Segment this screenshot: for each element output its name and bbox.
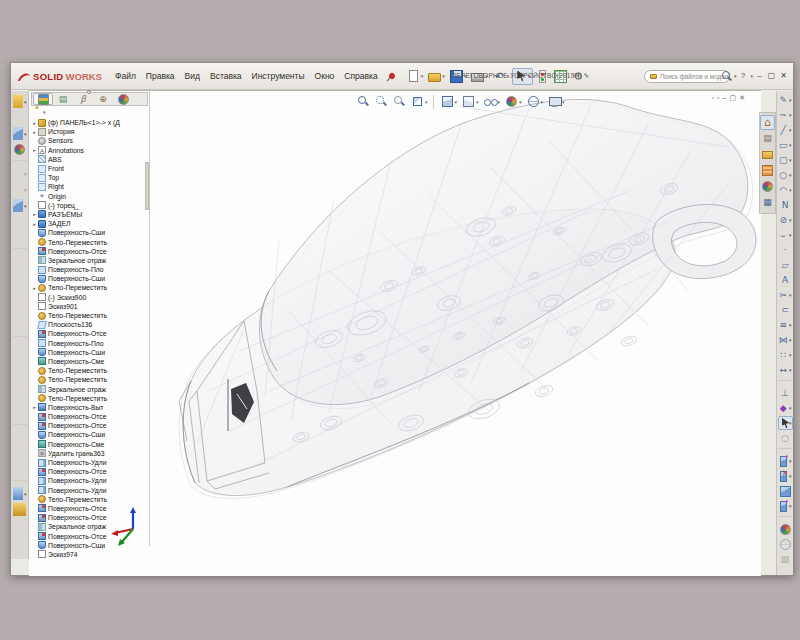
replace-face-button[interactable] xyxy=(778,484,793,498)
menu-Вид[interactable]: Вид xyxy=(180,68,205,84)
tree-item[interactable]: Тело-Переместить xyxy=(31,366,148,375)
search-caret-icon[interactable]: ▾ xyxy=(734,73,737,79)
dropdown-caret-icon[interactable]: ▾ xyxy=(476,99,479,105)
tree-item[interactable]: Поверхность-Сши xyxy=(31,228,148,237)
swept-boss-button[interactable]: ▾ xyxy=(12,198,28,213)
file-explorer-tab[interactable] xyxy=(760,147,775,162)
dropdown-caret-icon[interactable]: ▾ xyxy=(789,405,792,411)
dimxpertmanager-tab[interactable]: ⊕ xyxy=(93,93,113,105)
tree-item[interactable]: Зеркальное отраж xyxy=(31,384,148,393)
tree-item[interactable]: ▸ЗАДЕЛ xyxy=(31,219,148,228)
close-button[interactable]: ✕ xyxy=(778,69,789,82)
tree-item[interactable]: Зеркальное отраж xyxy=(31,522,148,531)
dropdown-caret-icon[interactable]: ▾ xyxy=(789,232,792,238)
dropdown-caret-icon[interactable]: ▾ xyxy=(789,337,792,343)
design-library-tab[interactable]: ▤ xyxy=(760,131,775,146)
tree-item[interactable]: Поверхность-Сши xyxy=(31,274,148,283)
dropdown-caret-icon[interactable]: ▾ xyxy=(789,187,792,193)
tree-item[interactable]: Зеркальное отраж xyxy=(31,256,148,265)
doc-restore-button[interactable]: ▢ xyxy=(730,93,737,103)
tree-item[interactable]: Поверхность-Удли xyxy=(31,458,148,467)
expand-arrow-icon[interactable]: ▸ xyxy=(31,147,38,153)
tree-item[interactable]: Удалить грань363 xyxy=(31,449,148,458)
dropdown-caret-icon[interactable]: ▾ xyxy=(789,157,792,163)
menu-Окно[interactable]: Окно xyxy=(310,68,340,84)
dropdown-caret-icon[interactable]: ▾ xyxy=(789,322,792,328)
split-line-button[interactable]: ▾ xyxy=(778,499,793,513)
dropdown-caret-icon[interactable]: ▾ xyxy=(789,172,792,178)
edit-appearance-button[interactable] xyxy=(12,142,28,157)
propertymanager-tab[interactable]: ▤ xyxy=(53,93,73,105)
tree-item[interactable]: Поверхность-Сши xyxy=(31,430,148,439)
tree-item[interactable]: ▸История xyxy=(31,127,148,136)
zoom-to-area-button[interactable] xyxy=(373,93,390,110)
dropdown-caret-icon[interactable]: ▾ xyxy=(24,187,27,193)
tree-splitter[interactable] xyxy=(149,90,150,546)
display-style-button[interactable]: ▾ xyxy=(460,93,481,110)
tree-item[interactable]: Эскиз901 xyxy=(31,302,148,311)
tree-item[interactable]: Плоскость136 xyxy=(31,320,148,329)
dropdown-caret-icon[interactable]: ▾ xyxy=(541,99,544,105)
dropdown-caret-icon[interactable]: ▾ xyxy=(789,142,792,148)
featuremanager-tab[interactable] xyxy=(33,93,53,105)
tree-item[interactable]: Поверхность-Сши xyxy=(31,541,148,550)
filter-caret-icon[interactable]: ▾ xyxy=(43,109,46,115)
doc-minimize-button[interactable]: – xyxy=(723,93,727,103)
edit-appearance-button[interactable] xyxy=(778,522,793,536)
open-part-button[interactable]: ▾ xyxy=(12,94,28,109)
dropdown-caret-icon[interactable]: ▾ xyxy=(789,97,792,103)
measure-button[interactable] xyxy=(12,110,28,125)
tree-item[interactable]: Поверхность-Отсе xyxy=(31,412,148,421)
display-relations-button[interactable]: ⊥ xyxy=(778,386,793,400)
zoom-to-fit-button[interactable] xyxy=(355,93,372,110)
expand-arrow-icon[interactable]: ▸ xyxy=(31,404,38,410)
tree-item[interactable]: Поверхность-Пло xyxy=(31,339,148,348)
dropdown-caret-icon[interactable]: ▾ xyxy=(425,99,428,105)
dropdown-caret-icon[interactable]: ▾ xyxy=(24,203,27,209)
help-caret-icon[interactable]: ▾ xyxy=(750,73,753,79)
menu-Правка[interactable]: Правка xyxy=(141,68,180,84)
menu-Файл[interactable]: Файл xyxy=(110,68,141,84)
tree-item[interactable]: Тело-Переместить xyxy=(31,237,148,246)
dropdown-caret-icon[interactable]: ▾ xyxy=(789,352,792,358)
straight-slot-button[interactable]: ▢▾ xyxy=(778,153,793,167)
dropdown-caret-icon[interactable]: ▾ xyxy=(789,292,792,298)
tree-item[interactable]: Тело-Переместить xyxy=(31,394,148,403)
apply-scene-button[interactable]: ▾ xyxy=(525,93,546,110)
dropdown-caret-icon[interactable]: ▾ xyxy=(562,99,565,105)
previous-view-button[interactable] xyxy=(391,93,408,110)
mirror-entities-button[interactable]: ⋈▾ xyxy=(778,333,793,347)
tree-item[interactable]: ▸Тело-Переместить xyxy=(31,283,148,292)
expand-arrow-icon[interactable]: ▸ xyxy=(31,129,38,135)
dropdown-caret-icon[interactable]: ▾ xyxy=(789,473,792,479)
tree-item[interactable]: Top xyxy=(31,173,148,182)
filter-funnel-icon[interactable] xyxy=(33,107,42,116)
tree-item[interactable]: Поверхность-Удли xyxy=(31,486,148,495)
section-view-button[interactable]: ▾ xyxy=(409,93,430,110)
edit-appearance-button[interactable]: ▾ xyxy=(503,93,524,110)
search-icon[interactable] xyxy=(720,69,732,82)
dropdown-caret-icon[interactable]: ▾ xyxy=(789,127,792,133)
split-window-button[interactable]: ▫ xyxy=(717,93,719,103)
solidworks-resources-tab[interactable]: ⌂ xyxy=(760,115,775,130)
quick-snaps-button[interactable]: ◆▾ xyxy=(778,401,793,415)
tree-item[interactable]: Front xyxy=(31,164,148,173)
dropdown-caret-icon[interactable]: ▾ xyxy=(789,367,792,373)
tree-item[interactable]: Тело-Переместить xyxy=(31,375,148,384)
sketch-fillet-button[interactable]: ⌣▾ xyxy=(778,228,793,242)
tree-item[interactable]: (-) Эскиз900 xyxy=(31,293,148,302)
select-tool-button[interactable]: ▾ xyxy=(778,416,793,430)
linear-sketch-pattern-button[interactable]: ∷▾ xyxy=(778,348,793,362)
restore-button[interactable]: ▢ xyxy=(766,69,777,82)
dropdown-caret-icon[interactable]: ▾ xyxy=(455,99,458,105)
tree-item[interactable]: ABS xyxy=(31,155,148,164)
tree-item[interactable]: Origin xyxy=(31,192,148,201)
pin-menu-icon[interactable] xyxy=(387,72,395,80)
dropdown-caret-icon[interactable]: ▾ xyxy=(519,99,522,105)
custom-properties-tab[interactable]: ▦ xyxy=(760,195,775,210)
tree-item[interactable]: Sensors xyxy=(31,136,148,145)
edit-component-button[interactable]: ▾ xyxy=(12,126,28,141)
search-palette-tab[interactable] xyxy=(760,163,775,178)
corner-rectangle-button[interactable]: ▭▾ xyxy=(778,138,793,152)
dropdown-caret-icon[interactable]: ▾ xyxy=(24,99,27,105)
